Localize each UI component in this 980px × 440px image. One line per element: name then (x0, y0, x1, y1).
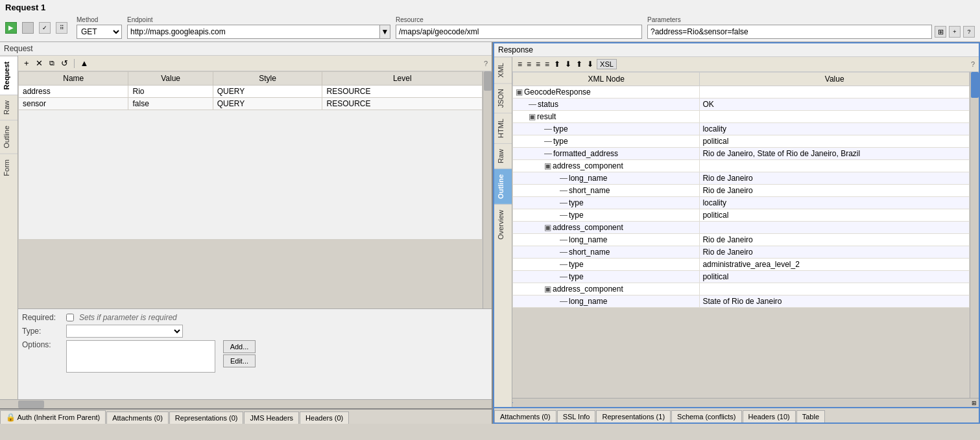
xsl-button[interactable]: XSL (597, 59, 617, 69)
table-toolbar: + ✕ ⧉ ↺ ▲ ? (18, 56, 492, 71)
delete-param-button[interactable]: ✕ (34, 58, 45, 69)
btab-auth[interactable]: 🔒 Auth (Inherit From Parent) (0, 410, 106, 424)
params-table: Name Value Style Level address (18, 71, 483, 308)
param-value: false (128, 98, 213, 110)
edit-option-button[interactable]: Edit... (223, 354, 256, 367)
expand-icon[interactable]: ▣ (544, 223, 551, 232)
xml-row: —long_name Rio de Janeiro (513, 234, 970, 246)
params-label: Parameters (647, 16, 975, 23)
vtab-raw-r[interactable]: Raw (494, 143, 512, 168)
rbtab-representations[interactable]: Representations (1) (596, 410, 671, 423)
params-icon-3[interactable]: ? (963, 26, 975, 38)
method-select[interactable]: GET POST PUT DELETE (77, 25, 122, 39)
xml-collapse-all[interactable]: ⬇ (586, 59, 595, 69)
vtab-outline-r[interactable]: Outline (494, 168, 512, 204)
vertical-scrollbar[interactable] (483, 71, 492, 308)
add-param-button[interactable]: + (22, 58, 31, 69)
rbtab-ssl-info[interactable]: SSL Info (557, 410, 596, 423)
sort-param-button[interactable]: ▲ (78, 58, 91, 69)
xml-expand-up[interactable]: ⬆ (553, 59, 562, 69)
request-vtabs: Request Raw Outline Form (0, 56, 18, 399)
param-name: sensor (19, 98, 128, 110)
xml-row: —type political (513, 209, 970, 222)
xml-collapse[interactable]: ⬆ (575, 59, 584, 69)
xml-row: —short_name Rio de Janeiro (513, 246, 970, 259)
expand-icon[interactable]: — (544, 149, 552, 158)
refresh-param-button[interactable]: ↺ (59, 58, 70, 69)
endpoint-dropdown-button[interactable]: ▼ (380, 25, 390, 39)
expand-icon[interactable]: ▣ (516, 87, 523, 97)
expand-icon[interactable]: — (560, 248, 568, 257)
xml-row: —formatted_address Rio de Janeiro, State… (513, 148, 970, 160)
rbtab-schema[interactable]: Schema (conflicts) (671, 410, 741, 423)
options-textarea[interactable] (66, 340, 215, 373)
play-button[interactable]: ▶ (5, 22, 17, 34)
scroll-end-icon[interactable]: ⊞ (970, 399, 979, 407)
required-checkbox[interactable] (66, 314, 74, 321)
resource-input[interactable] (396, 25, 642, 39)
btab-representations[interactable]: Representations (0) (169, 411, 244, 424)
btab-headers[interactable]: Headers (0) (300, 411, 349, 424)
xml-align-center[interactable]: ≡ (525, 59, 532, 69)
right-hscrollbar[interactable]: ⊞ (512, 398, 979, 407)
rbtab-table[interactable]: Table (796, 410, 825, 423)
rbtab-attachments[interactable]: Attachments (0) (494, 410, 556, 423)
vtab-xml[interactable]: XML (494, 57, 512, 83)
top-bar: Request 1 ▶ ✓ ⠿ Method GET POST PUT DELE… (0, 0, 980, 42)
expand-icon[interactable]: — (560, 174, 568, 183)
xml-row: —type administrative_area_level_2 (513, 259, 970, 271)
col-name: Name (19, 72, 128, 86)
vtab-form[interactable]: Form (0, 154, 18, 181)
vtab-json[interactable]: JSON (494, 83, 512, 113)
params-icon-2[interactable]: + (949, 26, 961, 38)
xml-row: ▣GeocodeResponse (513, 86, 970, 98)
vtab-html[interactable]: HTML (494, 113, 512, 143)
expand-icon[interactable]: — (560, 198, 568, 207)
type-select[interactable] (66, 325, 183, 338)
expand-icon[interactable]: ▣ (529, 112, 536, 121)
vtab-request[interactable]: Request (0, 56, 18, 95)
param-style: QUERY (213, 86, 322, 98)
expand-icon[interactable]: — (560, 186, 568, 195)
config-param-button[interactable]: ⧉ (47, 58, 56, 68)
vtab-overview[interactable]: Overview (494, 204, 512, 245)
grid-button[interactable]: ⠿ (56, 22, 67, 34)
expand-icon[interactable]: — (544, 137, 552, 146)
xml-row: ▣result (513, 111, 970, 123)
expand-icon[interactable]: — (560, 211, 568, 220)
vtab-outline[interactable]: Outline (0, 120, 18, 154)
expand-icon[interactable]: — (529, 100, 536, 109)
expand-icon[interactable]: — (560, 260, 568, 269)
params-icon-1[interactable]: ⊞ (935, 26, 946, 38)
xml-expand[interactable]: ⬇ (564, 59, 573, 69)
help-icon[interactable]: ? (484, 60, 488, 67)
lock-icon: 🔒 (6, 413, 16, 422)
params-input[interactable] (647, 25, 932, 39)
method-label: Method (77, 16, 122, 23)
check-button[interactable]: ✓ (39, 22, 51, 34)
right-vertical-scrollbar[interactable] (970, 72, 979, 398)
col-xml-node: XML Node (513, 73, 700, 86)
xml-align-right[interactable]: ≡ (534, 59, 542, 69)
param-level: RESOURCE (322, 98, 483, 110)
expand-icon[interactable]: — (560, 235, 568, 244)
btab-jms-headers[interactable]: JMS Headers (244, 411, 299, 424)
type-label: Type: (22, 327, 61, 336)
scroll-corner: ⊞ (970, 399, 979, 407)
xml-align-justify[interactable]: ≡ (544, 59, 551, 69)
vtab-raw[interactable]: Raw (0, 95, 18, 120)
xml-align-left[interactable]: ≡ (516, 59, 523, 69)
add-option-button[interactable]: Add... (223, 340, 256, 353)
rbtab-headers[interactable]: Headers (10) (743, 410, 796, 423)
expand-icon[interactable]: — (560, 272, 568, 281)
btab-attachments[interactable]: Attachments (0) (106, 411, 169, 424)
expand-icon[interactable]: ▣ (544, 161, 551, 170)
endpoint-input[interactable] (127, 25, 380, 39)
expand-icon[interactable]: — (544, 124, 552, 133)
expand-icon[interactable]: ▣ (544, 284, 551, 294)
stop-button[interactable] (22, 22, 34, 34)
expand-icon[interactable]: — (560, 297, 568, 306)
xml-tree-table: XML Node Value ▣GeocodeResponse (512, 72, 970, 398)
xml-help[interactable]: ? (971, 60, 975, 68)
left-hscrollbar[interactable] (0, 399, 492, 408)
